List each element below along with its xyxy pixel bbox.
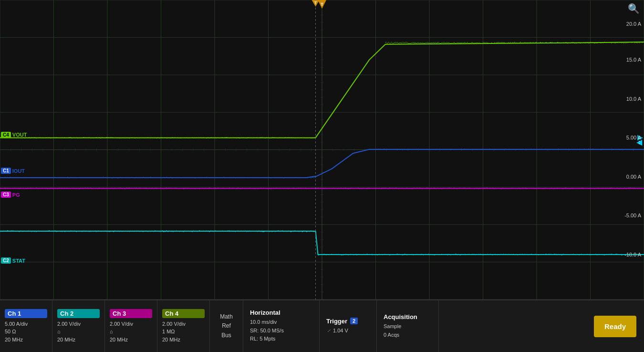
y-label-0a: 0.00 A xyxy=(626,174,641,180)
trigger-info: Trigger 2 ⟋ 1.04 V xyxy=(320,300,377,352)
ch3-coupling: ⌂ xyxy=(110,328,152,336)
ch1-scale: 5.00 A/div xyxy=(5,320,47,328)
ch2-bw: 20 MHz xyxy=(57,336,100,344)
ch4-badge: C4 xyxy=(1,132,11,138)
ch1-coupling: 50 Ω xyxy=(5,328,47,336)
ch2-scale: 2.00 V/div xyxy=(57,320,100,328)
ready-button[interactable]: Ready xyxy=(594,316,636,337)
ch1-detail: 5.00 A/div 50 Ω 20 MHz xyxy=(5,320,47,344)
screen-area: 20.0 A 15.0 A 10.0 A 5.00 A 0.00 A -5.00… xyxy=(0,0,644,299)
ch2-header: Ch 2 xyxy=(57,309,100,318)
time-div: 10.0 ms/div xyxy=(250,318,312,327)
spacer xyxy=(439,300,586,352)
oscilloscope: 20.0 A 15.0 A 10.0 A 5.00 A 0.00 A -5.00… xyxy=(0,0,644,352)
bottom-bar: Ch 1 5.00 A/div 50 Ω 20 MHz Ch 2 2.00 V/… xyxy=(0,299,644,352)
ch2-screen-label: C2 STAT xyxy=(1,257,25,264)
ch4-info: Ch 4 2.00 V/div 1 MΩ 20 MHz xyxy=(157,300,210,352)
trigger-detail: ⟋ 1.04 V xyxy=(326,327,370,335)
trigger-ch-badge: 2 xyxy=(350,318,358,324)
math-ref-bus[interactable]: Math Ref Bus xyxy=(210,300,243,352)
acquisition-title: Acquisition xyxy=(384,313,432,320)
y-label-neg5a: -5.00 A xyxy=(624,213,641,218)
record-length: RL: 5 Mpts xyxy=(250,335,312,343)
ch1-header: Ch 1 xyxy=(5,309,47,318)
horizontal-detail: 10.0 ms/div SR: 50.0 MS/s RL: 5 Mpts xyxy=(250,318,312,343)
ch3-bw: 20 MHz xyxy=(110,336,152,344)
acq-mode: Sample xyxy=(384,322,432,331)
ch2-signal-name: STAT xyxy=(12,258,25,264)
y-label-15a: 15.0 A xyxy=(626,57,641,63)
bus-label: Bus xyxy=(221,331,231,340)
trigger-title: Trigger 2 xyxy=(326,318,370,325)
ch1-screen-label: C1 IOUT xyxy=(1,168,25,174)
ch2-coupling: ⌂ xyxy=(57,328,100,336)
ch3-badge: C3 xyxy=(1,192,11,198)
grid-canvas xyxy=(0,0,644,299)
ch3-info: Ch 3 2.00 V/div ⌂ 20 MHz xyxy=(105,300,157,352)
math-label: Math xyxy=(220,312,233,321)
horizontal-info: Horizontal 10.0 ms/div SR: 50.0 MS/s RL:… xyxy=(243,300,320,352)
ch3-header: Ch 3 xyxy=(110,309,152,318)
zoom-icon[interactable]: 🔍 xyxy=(628,3,641,16)
acquisition-detail: Sample 0 Acqs xyxy=(384,322,432,339)
ch4-detail: 2.00 V/div 1 MΩ 20 MHz xyxy=(162,320,205,344)
ch1-badge: C1 xyxy=(1,168,11,174)
acquisition-info: Acquisition Sample 0 Acqs xyxy=(377,300,439,352)
ch4-scale: 2.00 V/div xyxy=(162,320,205,328)
y-label-10a: 10.0 A xyxy=(626,96,641,102)
ch3-screen-label: C3 PG xyxy=(1,192,20,198)
ch4-signal-name: VOUT xyxy=(12,132,27,138)
ch3-signal-name: PG xyxy=(12,192,20,198)
horizontal-title: Horizontal xyxy=(250,309,312,316)
ch4-coupling: 1 MΩ xyxy=(162,328,205,336)
trigger-type: ⟋ 1.04 V xyxy=(326,327,370,335)
y-label-neg10a: -10.0 A xyxy=(624,252,641,257)
ch2-badge: C2 xyxy=(1,257,11,264)
ch4-header: Ch 4 xyxy=(162,309,205,318)
ch2-info: Ch 2 2.00 V/div ⌂ 20 MHz xyxy=(52,300,105,352)
acq-count: 0 Acqs xyxy=(384,331,432,340)
ch1-bw: 20 MHz xyxy=(5,336,47,344)
ch3-detail: 2.00 V/div ⌂ 20 MHz xyxy=(110,320,152,344)
ch4-screen-label: C4 VOUT xyxy=(1,132,27,138)
ref-label: Ref xyxy=(222,321,231,331)
ch4-bw: 20 MHz xyxy=(162,336,205,344)
sample-rate: SR: 50.0 MS/s xyxy=(250,327,312,335)
ch1-info: Ch 1 5.00 A/div 50 Ω 20 MHz xyxy=(0,300,52,352)
ch1-signal-name: IOUT xyxy=(12,168,25,174)
ch2-detail: 2.00 V/div ⌂ 20 MHz xyxy=(57,320,100,344)
y-label-20a: 20.0 A xyxy=(626,21,641,27)
channel-menu[interactable]: ⋮ xyxy=(635,138,643,145)
ch3-scale: 2.00 V/div xyxy=(110,320,152,328)
